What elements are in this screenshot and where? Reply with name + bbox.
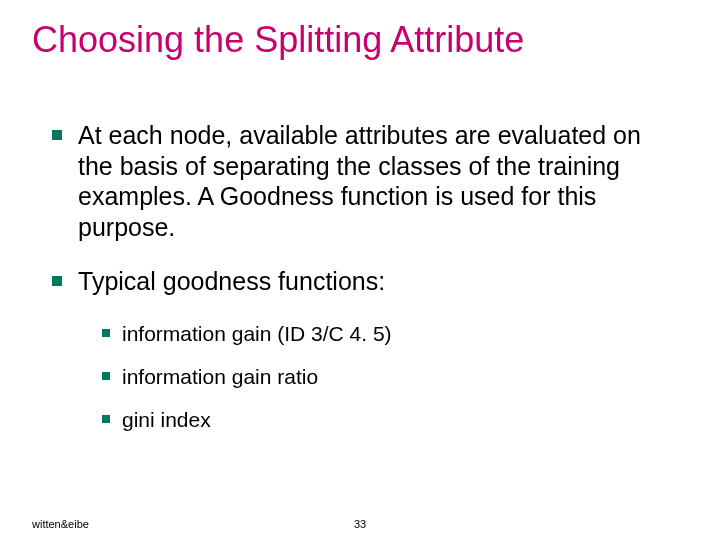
- slide: Choosing the Splitting Attribute At each…: [0, 0, 720, 540]
- sub-bullet-item: information gain (ID 3/C 4. 5): [102, 321, 676, 346]
- sub-bullet-item: information gain ratio: [102, 364, 676, 389]
- bullet-item: At each node, available attributes are e…: [52, 120, 676, 242]
- square-bullet-icon: [102, 329, 110, 337]
- sub-bullet-text: gini index: [122, 407, 211, 432]
- square-bullet-icon: [102, 415, 110, 423]
- square-bullet-icon: [52, 130, 62, 140]
- bullet-text: Typical goodness functions:: [78, 266, 385, 297]
- footer-page-number: 33: [0, 518, 720, 530]
- sub-bullet-item: gini index: [102, 407, 676, 432]
- sub-bullet-text: information gain (ID 3/C 4. 5): [122, 321, 392, 346]
- square-bullet-icon: [52, 276, 62, 286]
- bullet-text: At each node, available attributes are e…: [78, 120, 676, 242]
- slide-body: At each node, available attributes are e…: [52, 120, 676, 450]
- bullet-item: Typical goodness functions:: [52, 266, 676, 297]
- sub-bullet-list: information gain (ID 3/C 4. 5) informati…: [102, 321, 676, 433]
- slide-title: Choosing the Splitting Attribute: [32, 20, 688, 60]
- sub-bullet-text: information gain ratio: [122, 364, 318, 389]
- square-bullet-icon: [102, 372, 110, 380]
